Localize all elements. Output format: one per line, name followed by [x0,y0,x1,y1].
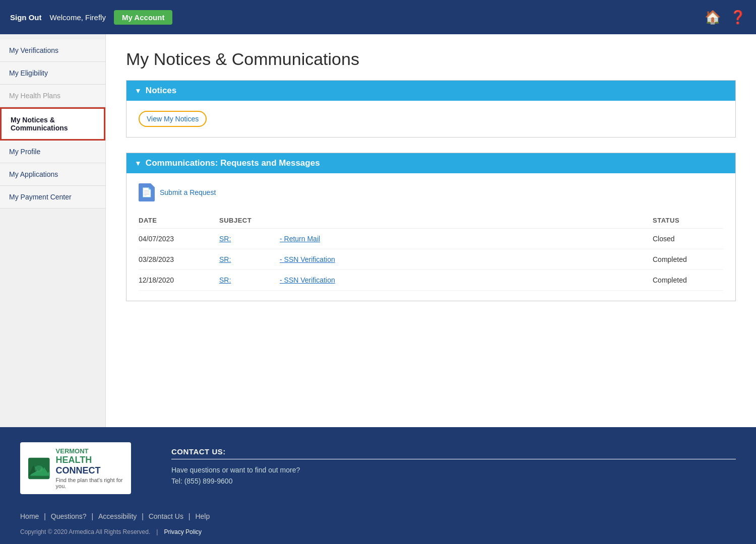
sidebar-item-my-eligibility[interactable]: My Eligibility [0,62,105,85]
signout-link[interactable]: Sign Out [10,13,42,22]
cell-status: Completed [653,249,723,270]
cell-status: Completed [653,270,723,291]
main-layout: My Verifications My Eligibility My Healt… [0,34,756,427]
footer-link-sep-4: | [188,512,193,520]
cell-detail[interactable]: - SSN Verification [280,249,653,270]
notices-arrow-icon: ▼ [135,87,142,95]
page-title: My Notices & Communications [126,49,736,69]
footer-contact-divider [171,459,736,459]
cell-subject[interactable]: SR: [219,249,280,270]
vhc-vermont-text: VERMONT [56,447,123,455]
col-header-detail [280,213,653,229]
table-header-row: DATE SUBJECT STATUS [139,213,723,229]
header: Sign Out Welcome, Firefly My Account 🏠 ❓ [0,0,756,34]
home-icon[interactable]: 🏠 [705,10,721,25]
footer-contact-text: Have questions or want to find out more?… [171,464,736,487]
svg-point-4 [35,465,43,472]
footer-privacy-link[interactable]: Privacy Policy [164,528,202,535]
help-icon[interactable]: ❓ [730,10,746,25]
footer-link-sep-3: | [142,512,146,520]
comms-section-header: ▼ Communications: Requests and Messages [127,153,735,173]
vhc-logo-icon [28,456,50,481]
welcome-text: Welcome, Firefly [50,13,106,22]
table-row: 12/18/2020 SR: - SSN Verification Comple… [139,270,723,291]
comms-table: DATE SUBJECT STATUS 04/07/2023 SR: - Ret… [139,213,723,291]
comms-arrow-icon: ▼ [135,159,142,167]
vhc-logo: VERMONT HEALTH CONNECT Find the plan tha… [20,442,131,494]
col-header-status: STATUS [653,213,723,229]
sidebar: My Verifications My Eligibility My Healt… [0,34,106,427]
table-row: 03/28/2023 SR: - SSN Verification Comple… [139,249,723,270]
vhc-logo-text-area: VERMONT HEALTH CONNECT Find the plan tha… [56,447,123,489]
document-icon: 📄 [139,183,155,201]
vhc-tagline-text: Find the plan that's right for you. [56,477,123,489]
cell-subject[interactable]: SR: [219,270,280,291]
footer-contact-line2: Tel: (855) 899-9600 [171,477,232,485]
footer-links: Home | Questions? | Accessibility | Cont… [20,512,736,520]
myaccount-button[interactable]: My Account [114,10,172,25]
footer-link-sep-1: | [44,512,48,520]
col-header-subject: SUBJECT [219,213,280,229]
header-left: Sign Out Welcome, Firefly My Account [10,10,172,25]
notices-section-header: ▼ Notices [127,81,735,101]
table-row: 04/07/2023 SR: - Return Mail Closed [139,229,723,249]
vhc-health-text: HEALTH [56,455,123,465]
sidebar-item-my-profile[interactable]: My Profile [0,141,105,163]
sidebar-item-my-notices[interactable]: My Notices &Communications [0,107,105,141]
cell-date: 12/18/2020 [139,270,219,291]
col-header-date: DATE [139,213,219,229]
footer-link-accessibility[interactable]: Accessibility [98,512,137,520]
notices-box: ▼ Notices View My Notices [126,80,736,138]
cell-status: Closed [653,229,723,249]
footer-contact-line1: Have questions or want to find out more? [171,466,300,474]
notices-header-label: Notices [146,86,176,96]
footer-link-questions[interactable]: Questions? [51,512,87,520]
submit-request-row: 📄 Submit a Request [139,183,723,201]
view-notices-button[interactable]: View My Notices [139,111,207,127]
footer-copyright-text: Copyright © 2020 Armedica All Rights Res… [20,528,150,535]
vhc-connect-text: CONNECT [56,465,123,476]
cell-detail[interactable]: - Return Mail [280,229,653,249]
comms-header-label: Communications: Requests and Messages [146,158,320,168]
footer-top: VERMONT HEALTH CONNECT Find the plan tha… [20,442,736,498]
footer-contact-title: CONTACT US: [171,447,736,456]
footer-contact: CONTACT US: Have questions or want to fi… [171,442,736,487]
footer-link-sep-2: | [92,512,96,520]
main-content: My Notices & Communications ▼ Notices Vi… [106,34,756,427]
sidebar-item-my-health-plans[interactable]: My Health Plans [0,85,105,107]
cell-detail[interactable]: - SSN Verification [280,270,653,291]
sidebar-item-my-applications[interactable]: My Applications [0,163,105,186]
footer-link-contactus[interactable]: Contact Us [149,512,183,520]
footer-link-home[interactable]: Home [20,512,39,520]
footer: VERMONT HEALTH CONNECT Find the plan tha… [0,427,756,544]
cell-subject[interactable]: SR: [219,229,280,249]
footer-logo-area: VERMONT HEALTH CONNECT Find the plan tha… [20,442,131,498]
footer-copyright: Copyright © 2020 Armedica All Rights Res… [20,528,736,535]
sidebar-item-my-verifications[interactable]: My Verifications [0,39,105,62]
cell-date: 03/28/2023 [139,249,219,270]
comms-content: 📄 Submit a Request DATE SUBJECT STATUS [127,173,735,301]
footer-copy-sep: | [156,528,158,535]
notices-content: View My Notices [127,101,735,137]
sidebar-item-my-payment[interactable]: My Payment Center [0,186,105,209]
header-icons: 🏠 ❓ [705,10,746,25]
submit-request-link[interactable]: Submit a Request [160,188,216,196]
cell-date: 04/07/2023 [139,229,219,249]
comms-box: ▼ Communications: Requests and Messages … [126,153,736,301]
footer-link-help[interactable]: Help [195,512,210,520]
